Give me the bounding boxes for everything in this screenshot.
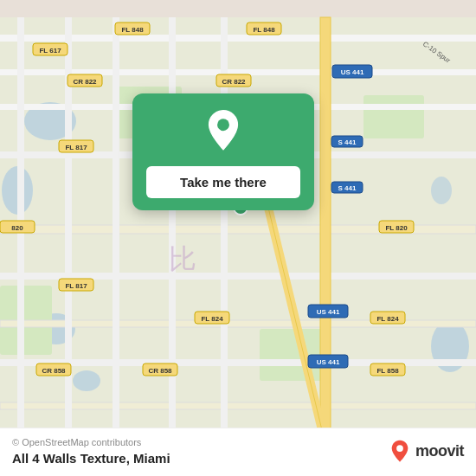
svg-text:FL 824: FL 824	[201, 315, 223, 323]
moovit-logo: moovit	[388, 440, 464, 464]
svg-rect-23	[113, 17, 119, 459]
svg-rect-21	[17, 17, 24, 459]
svg-text:FL 848: FL 848	[121, 26, 144, 34]
svg-point-6	[431, 177, 452, 204]
map-container: FL 848 FL 848 FL 617 CR 822 CR 822 US 44…	[0, 0, 476, 476]
svg-text:FL 824: FL 824	[376, 315, 399, 323]
svg-text:US 441: US 441	[317, 308, 340, 316]
location-title: All 4 Walls Texture, Miami	[12, 451, 170, 466]
svg-text:FL 817: FL 817	[65, 282, 87, 290]
svg-rect-26	[320, 17, 331, 459]
svg-rect-8	[363, 95, 424, 138]
location-pin-icon	[201, 109, 246, 154]
moovit-brand-text: moovit	[415, 442, 464, 460]
take-me-there-button[interactable]: Take me there	[146, 166, 300, 198]
svg-text:FL 858: FL 858	[376, 367, 399, 375]
moovit-pin-icon	[388, 440, 412, 464]
svg-text:CR 858: CR 858	[148, 367, 172, 375]
svg-text:US 441: US 441	[317, 358, 340, 366]
svg-point-72	[396, 445, 403, 452]
svg-text:FL 848: FL 848	[253, 26, 275, 34]
svg-rect-24	[169, 17, 176, 459]
svg-text:US 441: US 441	[341, 68, 364, 76]
svg-text:S 441: S 441	[338, 138, 357, 146]
attribution-text: © OpenStreetMap contributors	[12, 437, 170, 447]
svg-text:S 441: S 441	[338, 184, 357, 192]
svg-point-4	[73, 370, 100, 391]
svg-text:FL 820: FL 820	[385, 224, 408, 232]
svg-text:FL 817: FL 817	[65, 144, 87, 151]
svg-text:820: 820	[11, 224, 23, 232]
svg-text:CR 822: CR 822	[222, 78, 246, 86]
bottom-bar-info: © OpenStreetMap contributors All 4 Walls…	[12, 437, 170, 466]
svg-point-71	[217, 119, 229, 131]
svg-text:CR 858: CR 858	[42, 367, 66, 375]
svg-text:比: 比	[169, 243, 196, 274]
svg-text:FL 617: FL 617	[39, 47, 61, 55]
svg-text:CR 822: CR 822	[73, 78, 97, 86]
bottom-bar: © OpenStreetMap contributors All 4 Walls…	[0, 428, 476, 476]
popup-card: Take me there	[132, 93, 314, 210]
